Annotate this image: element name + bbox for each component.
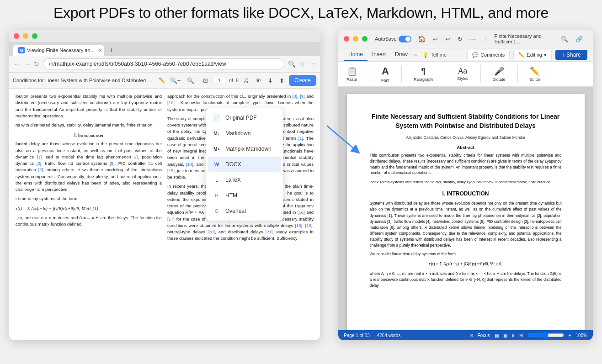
view-icon[interactable]: 👁	[254, 76, 263, 85]
more-icon[interactable]: ⋯	[309, 60, 315, 68]
dropdown-item-html[interactable]: H HTML	[208, 188, 281, 203]
forward-icon[interactable]: →	[24, 60, 30, 68]
intro-title: I. INTRODUCTION	[370, 190, 562, 198]
layout-icon2[interactable]: ▦	[503, 333, 507, 338]
layout-icon3[interactable]: ≡	[512, 333, 515, 338]
undo2-icon[interactable]: ↩	[444, 35, 451, 43]
word-statusbar: Page 1 of 23 4264 words ⊡ Focus ▦ ▦ ≡ ⊟ …	[338, 330, 593, 340]
url-bar: ← → ↻ 🔍 ☆ ⋯	[9, 56, 320, 73]
bulb-icon: 💡	[422, 52, 429, 58]
doc-filename: Finite Necessary and Sufficient....	[495, 33, 554, 44]
pdf-para: ibution presents two exponential stabili…	[16, 93, 162, 119]
separator: |	[485, 36, 486, 42]
home-icon[interactable]: 🏠	[417, 34, 426, 43]
pdf-para: r time-delay systems of the form	[16, 195, 162, 202]
new-tab-button[interactable]: +	[106, 45, 117, 56]
paragraph-button[interactable]: ¶ Paragraph	[411, 66, 436, 83]
ribbon-more[interactable]: »	[412, 52, 419, 58]
download-icon[interactable]: ⬇	[266, 76, 275, 85]
undo-icon[interactable]: ↩	[432, 35, 439, 43]
upload-icon[interactable]: ⬆	[277, 76, 286, 85]
back-icon[interactable]: ←	[14, 60, 20, 68]
pdf-para: ibuted delay are those whose evolution n…	[16, 141, 162, 193]
dropdown-item-original-pdf[interactable]: 📄 Original PDF	[208, 110, 281, 126]
tab-close-btn[interactable]: ✕	[97, 47, 103, 53]
paste-button[interactable]: 📋 Paste	[344, 65, 360, 83]
browser-chrome	[9, 30, 320, 43]
tab-title: Viewing Finite Necessary an...	[27, 47, 95, 53]
word-window-bar: AutoSave 🏠 ↩ ↩ ↻ ⋯ | Finite Necessary an…	[338, 30, 593, 48]
focus-label[interactable]: Focus	[478, 333, 490, 338]
word-max-btn[interactable]	[362, 36, 368, 42]
dropdown-item-mathpix-markdown[interactable]: M+ Mathpix Markdown	[208, 141, 281, 157]
doc-content-area: Finite Necessary and Sufficient Stabilit…	[338, 87, 593, 330]
edit-icon[interactable]: ✏️	[159, 77, 165, 84]
comments-button[interactable]: 💬 Comments	[467, 50, 510, 60]
tab-insert[interactable]: Insert	[368, 48, 390, 61]
focus-icon[interactable]: ⊡	[469, 333, 473, 338]
right-panel: AutoSave 🏠 ↩ ↩ ↻ ⋯ | Finite Necessary an…	[338, 30, 593, 340]
doc-authors: Alejandro Castaño, Carlos Cuvas, Alexey …	[370, 135, 562, 141]
zoom-slider[interactable]	[527, 332, 564, 339]
print-icon[interactable]: 🖨	[241, 76, 251, 85]
reload-icon[interactable]: ↻	[34, 60, 39, 68]
more-tools-icon[interactable]: ⋯	[469, 35, 477, 43]
share2-icon[interactable]: 🔗	[575, 35, 584, 43]
intro-text1: Systems with distributed delay are those…	[370, 200, 562, 248]
redo-icon[interactable]: ↻	[457, 35, 463, 43]
formula-note: where Aⱼ, j = 0, ..., m, are real n × n …	[370, 271, 562, 289]
pencil-icon: ✏️	[518, 52, 525, 58]
dropdown-label-original-pdf: Original PDF	[225, 115, 257, 121]
pdf-title: Conditions for Linear System with Pointw…	[13, 78, 156, 83]
page-number-input[interactable]	[213, 77, 226, 84]
word-topbar: AutoSave 🏠 ↩ ↩ ↻ ⋯ | Finite Necessary an…	[371, 33, 587, 44]
font-button[interactable]: A Font	[378, 64, 392, 84]
pdf-toolbar: Conditions for Linear System with Pointw…	[9, 73, 320, 89]
browser-max-btn[interactable]	[32, 33, 37, 39]
zoom-icon[interactable]: 🔍	[288, 60, 296, 68]
search-icon[interactable]: 🔍	[560, 35, 569, 43]
zoom-out-btn[interactable]: 🔍-	[185, 76, 198, 85]
pdf-para: , m, are real n × n matrices and 0 = ₘ =…	[16, 215, 162, 228]
editor-button[interactable]: ✏️ Editor	[527, 65, 543, 83]
zoom-in-btn[interactable]: 🔍+	[168, 76, 183, 85]
bookmark-icon[interactable]: ☆	[299, 60, 305, 68]
dropdown-item-latex[interactable]: L LaTeX	[208, 172, 281, 188]
dropdown-item-docx[interactable]: W DOCX	[208, 157, 281, 172]
dropdown-label-html: HTML	[225, 192, 240, 199]
pdf-tab[interactable]: M Viewing Finite Necessary an... ✕	[13, 45, 104, 56]
dropdown-label-mathpix-markdown: Mathpix Markdown	[225, 146, 272, 152]
browser-min-btn[interactable]	[23, 33, 28, 39]
layout-icon4[interactable]: ⊟	[519, 333, 523, 338]
styles-button[interactable]: Aa Styles	[454, 66, 471, 82]
word-close-btn[interactable]	[344, 36, 349, 42]
fit-btn[interactable]: ⊡	[201, 76, 210, 85]
divider4	[480, 65, 481, 83]
ribbon-tabs: Home Insert Draw » 💡 Tell me 💬 Comments …	[338, 48, 593, 62]
pdf-section-intro: I. Introduction	[16, 132, 162, 139]
url-input[interactable]	[43, 58, 284, 69]
dropdown-item-markdown[interactable]: M↓ Markdown	[208, 126, 281, 141]
tab-home[interactable]: Home	[344, 48, 368, 61]
index-terms: Index Terms-systems with distributed del…	[370, 179, 562, 185]
doc-page[interactable]: Finite Necessary and Sufficient Stabilit…	[347, 94, 585, 330]
dictate-icon: 🎤	[494, 66, 504, 76]
pdf-para: ns with distributed delays, stability, d…	[16, 122, 162, 128]
share-button[interactable]: ↑ Share	[555, 50, 587, 60]
tell-me-field[interactable]: 💡 Tell me	[422, 52, 447, 58]
layout-icon1[interactable]: ▦	[495, 333, 499, 338]
tab-draw[interactable]: Draw	[390, 48, 412, 61]
word-count: 4264 words	[377, 333, 401, 338]
dropdown-label-overleaf: Overleaf	[225, 208, 246, 214]
original-pdf-icon: 📄	[213, 114, 221, 122]
mathpix-markdown-icon: M+	[213, 145, 221, 153]
word-min-btn[interactable]	[353, 36, 358, 42]
browser-close-btn[interactable]	[14, 33, 19, 39]
styles-icon: Aa	[458, 67, 468, 75]
docx-icon: W	[213, 160, 221, 169]
dropdown-item-overleaf[interactable]: O Overleaf	[208, 203, 281, 219]
autosave-toggle[interactable]	[399, 36, 411, 42]
create-button[interactable]: Create	[289, 75, 316, 86]
editing-button[interactable]: ✏️ Editing ▾	[513, 50, 552, 60]
dictate-button[interactable]: 🎤 Dictate	[490, 65, 508, 83]
